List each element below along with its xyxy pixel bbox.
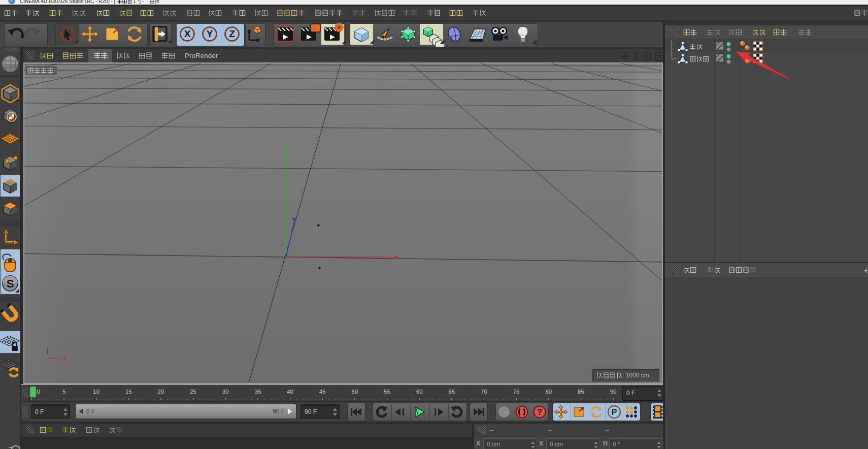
svg-text:X: X xyxy=(184,28,191,39)
svg-text:50: 50 xyxy=(352,389,358,395)
svg-text:75: 75 xyxy=(513,389,520,395)
svg-text:35: 35 xyxy=(255,389,261,395)
svg-text:25: 25 xyxy=(190,389,196,395)
svg-text:Y: Y xyxy=(207,28,213,39)
svg-text:65: 65 xyxy=(449,389,455,395)
svg-text:45: 45 xyxy=(319,389,326,395)
svg-text:5: 5 xyxy=(62,389,65,395)
svg-text:15: 15 xyxy=(125,389,132,395)
svg-text:20: 20 xyxy=(158,389,164,395)
svg-text:90: 90 xyxy=(610,389,617,395)
svg-text:85: 85 xyxy=(578,389,584,395)
svg-text:10: 10 xyxy=(93,389,99,395)
svg-text:?: ? xyxy=(537,408,542,416)
svg-text:Y: Y xyxy=(46,340,50,346)
svg-text:Z: Z xyxy=(229,28,235,39)
svg-text:X: X xyxy=(63,356,67,362)
svg-text:60: 60 xyxy=(416,389,423,395)
svg-text:40: 40 xyxy=(287,389,293,395)
svg-text:80: 80 xyxy=(545,389,552,395)
svg-text:70: 70 xyxy=(481,389,487,395)
svg-text:0: 0 xyxy=(37,389,40,395)
svg-text:S: S xyxy=(7,277,14,290)
svg-text:55: 55 xyxy=(384,389,390,395)
svg-text:30: 30 xyxy=(222,389,229,395)
